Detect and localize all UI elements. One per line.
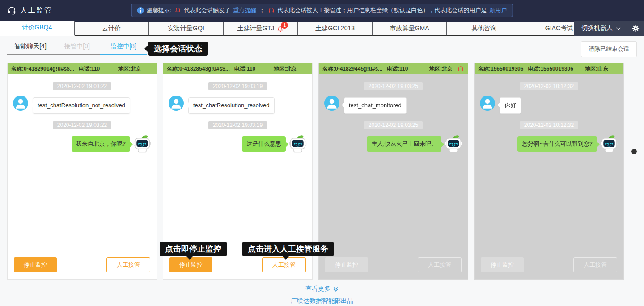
switch-robot-button[interactable]: 切换机器人 xyxy=(574,21,627,36)
manual-takeover-button[interactable]: 人工接管 xyxy=(573,257,617,272)
user-avatar xyxy=(324,96,339,111)
timestamp: 2020-12-02 19:03:25 xyxy=(364,121,423,129)
user-message-row: 你好 xyxy=(480,96,618,114)
tip-separator: ； xyxy=(259,6,265,14)
bot-message-row: 我来自北京，你呢? xyxy=(13,134,151,154)
tip-headset-text: 代表此会话被人工接管过；用户信息栏全绿（默认是白色），代表此会话的用户是 xyxy=(277,6,487,14)
callout-stop-monitor: 点击即停止监控 xyxy=(160,242,227,256)
session-state-nav: 智能聊天[4]接管中[0]监控中[8] 清除已结束会话 xyxy=(0,41,644,56)
stop-monitor-button[interactable]: 停止监控 xyxy=(14,257,57,272)
user-avatar xyxy=(169,96,184,111)
tab-label: GIAC考试 xyxy=(545,25,573,33)
page-title: 人工监管 xyxy=(20,6,52,15)
bot-message-row: 这是什么意思 xyxy=(169,134,307,154)
product-tab-bar: 计价GBQ4云计价安装计量GQI土建计量GTJ1土建GCL2013市政算量GMA… xyxy=(0,21,644,36)
tab-label: 计价GBQ4 xyxy=(22,24,52,32)
new-user-link[interactable]: 新用户 xyxy=(489,6,507,14)
user-message: 你好 xyxy=(500,97,521,114)
tab-云计价[interactable]: 云计价 xyxy=(75,22,149,36)
tip-bell-text: 代表此会话触发了 xyxy=(184,6,230,14)
tab-土建GCL2013[interactable]: 土建GCL2013 xyxy=(298,22,373,36)
tab-其他咨询[interactable]: 其他咨询 xyxy=(447,22,521,36)
session-region: 地区:北京 xyxy=(429,65,453,73)
session-name: 名称:0-41829445g!u#s... xyxy=(322,65,382,73)
manual-takeover-button[interactable]: 人工接管 xyxy=(262,257,306,272)
robot-avatar xyxy=(133,134,151,154)
callout-select-state: 选择会话状态 xyxy=(148,42,208,56)
app-logo: 人工监管 xyxy=(7,6,52,15)
timestamp: 2020-12-02 19:03:19 xyxy=(208,121,267,129)
tab-市政算量GMA[interactable]: 市政算量GMA xyxy=(373,22,447,36)
floating-dot-handle[interactable] xyxy=(631,149,637,154)
top-bar: 人工监管 温馨提示: 代表此会话触发了 重点提醒 ； 代表此会话被人工接管过；用… xyxy=(0,0,644,21)
chat-messages[interactable]: 2020-12-02 10:12:32你好2020-12-02 10:12:32… xyxy=(475,74,623,257)
view-more-link[interactable]: 查看更多 xyxy=(305,285,339,293)
tab-GIAC考试[interactable]: GIAC考试 xyxy=(521,22,574,36)
user-message: test_chat_monitored xyxy=(344,97,407,114)
chat-messages[interactable]: 2020-12-02 19:03:22test_chatResolution_n… xyxy=(8,74,157,257)
chat-card: 名称:0-41829014g!u#s$...电话:110地区:北京2020-12… xyxy=(7,63,157,280)
session-phone: 电话:110 xyxy=(234,65,255,73)
view-more-label: 查看更多 xyxy=(305,285,330,293)
bot-message-row: 您好啊~有什么可以帮到您? xyxy=(480,134,618,154)
card-header: 名称:0-41829014g!u#s$...电话:110地区:北京 xyxy=(8,63,157,74)
session-name: 名称:0-41829014g!u#s$... xyxy=(11,65,74,73)
headset-icon xyxy=(267,7,275,14)
stop-monitor-button[interactable]: 停止监控 xyxy=(481,257,524,272)
session-region: 地区:北京 xyxy=(118,65,141,73)
callout-arrow-left xyxy=(144,45,148,53)
settings-button[interactable] xyxy=(627,21,644,36)
credit-text: 广联达数据智能部出品 xyxy=(291,297,353,305)
tab-label: 土建计量GTJ xyxy=(237,25,274,33)
chat-messages[interactable]: 2020-12-02 19:03:25test_chat_monitored20… xyxy=(319,74,468,257)
tab-strip: 计价GBQ4云计价安装计量GQI土建计量GTJ1土建GCL2013市政算量GMA… xyxy=(0,21,574,36)
timestamp: 2020-12-02 19:03:22 xyxy=(53,121,111,129)
robot-avatar xyxy=(445,134,462,154)
tip-banner: 温馨提示: 代表此会话触发了 重点提醒 ； 代表此会话被人工接管过；用户信息栏全… xyxy=(131,4,513,17)
card-actions: 停止监控人工接管 xyxy=(475,257,623,279)
timestamp: 2020-12-02 19:03:22 xyxy=(53,82,111,90)
manual-takeover-button[interactable]: 人工接管 xyxy=(418,257,462,272)
tab-土建计量GTJ[interactable]: 土建计量GTJ1 xyxy=(224,22,298,36)
notification-badge: 1 xyxy=(281,22,288,29)
tab-label: 安装计量GQI xyxy=(168,25,204,33)
bot-message: 这是什么意思 xyxy=(242,136,286,152)
tab-label: 市政算量GMA xyxy=(390,25,429,33)
card-header: 名称:15650019306电话:15650019306地区:山东 xyxy=(475,63,623,74)
stop-monitor-button[interactable]: 停止监控 xyxy=(325,257,368,272)
callout-arrow-down xyxy=(282,256,290,260)
clear-finished-button[interactable]: 清除已结束会话 xyxy=(581,41,637,57)
card-actions: 停止监控人工接管 xyxy=(8,257,157,279)
user-message: test_chatResolution_not_resolved xyxy=(33,97,130,114)
bot-message-row: 主人,快从火星上回来吧。 xyxy=(324,134,462,154)
chat-card: 名称:15650019306电话:15650019306地区:山东2020-12… xyxy=(474,63,624,280)
timestamp: 2020-12-02 19:03:19 xyxy=(208,82,267,90)
bot-message: 主人,快从火星上回来吧。 xyxy=(367,136,441,152)
session-phone: 电话:15650019306 xyxy=(528,65,573,73)
subtab-监控中[8][interactable]: 监控中[8] xyxy=(100,41,147,55)
tab-label: 云计价 xyxy=(102,25,121,33)
tab-计价GBQ4[interactable]: 计价GBQ4 xyxy=(0,21,75,36)
headset-logo-icon xyxy=(7,6,17,15)
tab-安装计量GQI[interactable]: 安装计量GQI xyxy=(149,22,224,36)
timestamp: 2020-12-02 10:12:32 xyxy=(520,121,578,129)
stop-monitor-button[interactable]: 停止监控 xyxy=(169,257,212,272)
chat-messages[interactable]: 2020-12-02 19:03:19test_chatResolution_r… xyxy=(163,74,312,257)
subtab-智能聊天[4][interactable]: 智能聊天[4] xyxy=(7,41,54,55)
takeover-headset-icon xyxy=(457,65,464,72)
switch-robot-label: 切换机器人 xyxy=(581,24,613,32)
card-header: 名称:0-41828543g!u#s$...电话:110地区:北京 xyxy=(163,63,312,74)
user-message-row: test_chatResolution_not_resolved xyxy=(13,96,151,114)
important-reminder-link[interactable]: 重点提醒 xyxy=(233,6,256,14)
user-avatar xyxy=(13,96,28,111)
double-chevron-down-icon xyxy=(333,286,339,292)
user-message-row: test_chat_monitored xyxy=(324,96,462,114)
bot-message: 您好啊~有什么可以帮到您? xyxy=(517,136,597,152)
tip-prefix: 温馨提示: xyxy=(147,6,172,14)
subtab-接管中[0][interactable]: 接管中[0] xyxy=(54,41,100,55)
manual-takeover-button[interactable]: 人工接管 xyxy=(106,257,150,272)
session-phone: 电话:110 xyxy=(79,65,100,73)
session-region: 地区:北京 xyxy=(274,65,297,73)
callout-enter-takeover: 点击进入人工接管服务 xyxy=(242,242,334,256)
callout-arrow-down xyxy=(186,256,194,260)
